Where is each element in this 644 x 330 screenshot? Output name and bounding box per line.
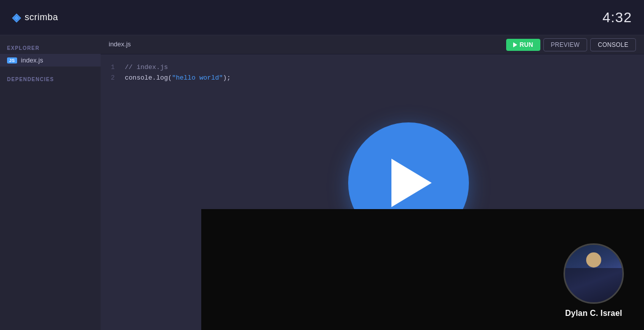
- sidebar-item-indexjs[interactable]: JS index.js: [0, 54, 101, 67]
- code-line-2: 2 console.log("hello world");: [101, 73, 644, 84]
- js-badge: JS: [7, 57, 17, 63]
- top-header: ◈ scrimba 4:32: [0, 0, 644, 35]
- code-comment: // index.js: [125, 62, 168, 73]
- explorer-label: EXPLORER: [0, 41, 101, 54]
- play-triangle-icon: [391, 159, 432, 207]
- editor-actions: RUN PREVIEW CONSOLE: [506, 38, 636, 51]
- logo-text: scrimba: [25, 12, 58, 23]
- code-semicolon: );: [223, 74, 231, 82]
- code-line-1: 1 // index.js: [101, 62, 644, 73]
- run-button[interactable]: RUN: [506, 39, 540, 51]
- preview-button[interactable]: PREVIEW: [543, 38, 587, 51]
- code-string-helloworld: "hello world": [172, 74, 223, 82]
- editor-tabs-bar: index.js RUN PREVIEW CONSOLE: [101, 35, 644, 54]
- editor-area: index.js RUN PREVIEW CONSOLE 1 // index.…: [101, 35, 644, 330]
- instructor-card: Dylan C. Israel: [564, 243, 624, 318]
- logo-area: ◈ scrimba: [12, 11, 58, 24]
- console-button[interactable]: CONSOLE: [590, 38, 636, 51]
- code-consolelog: console.log(: [125, 74, 172, 82]
- main-area: EXPLORER JS index.js DEPENDENCIES index.…: [0, 35, 644, 330]
- line-number-1: 1: [101, 62, 125, 73]
- run-label: RUN: [520, 41, 533, 48]
- instructor-avatar: [564, 243, 624, 304]
- timer-display: 4:32: [603, 10, 632, 26]
- editor-tab-indexjs[interactable]: index.js: [109, 36, 131, 53]
- code-statement: console.log("hello world");: [125, 73, 231, 84]
- logo-icon: ◈: [12, 11, 21, 24]
- avatar-image: [565, 245, 622, 302]
- instructor-name: Dylan C. Israel: [565, 309, 622, 318]
- line-number-2: 2: [101, 73, 125, 84]
- sidebar-file-name: index.js: [21, 56, 43, 64]
- sidebar: EXPLORER JS index.js DEPENDENCIES: [0, 35, 101, 330]
- dependencies-label: DEPENDENCIES: [0, 67, 101, 85]
- run-play-icon: [513, 42, 517, 47]
